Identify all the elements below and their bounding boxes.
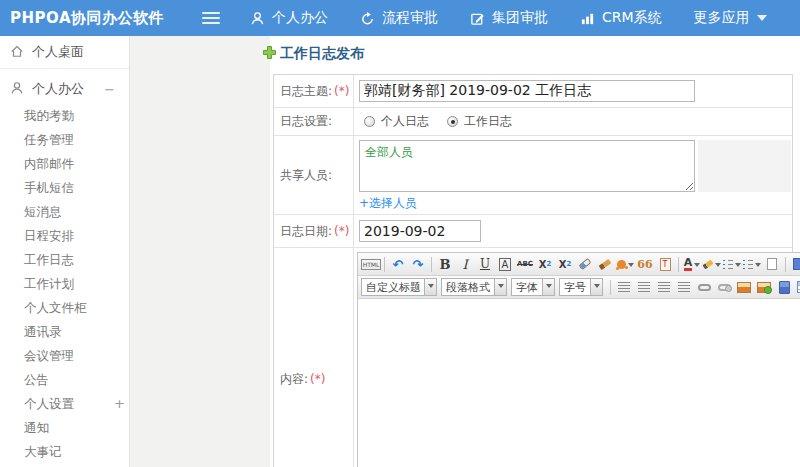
editor-toolbar-row-2: 自定义标题 段落格式 字体	[358, 276, 800, 299]
font-family-select[interactable]: 字体	[511, 278, 555, 296]
underline-button[interactable]: U	[475, 255, 495, 274]
form-row-subject: 日志主题: (*)	[274, 75, 792, 108]
remove-link-button[interactable]	[714, 278, 734, 297]
sidebar-item-announcements[interactable]: 公告	[0, 368, 129, 392]
nav-crm-system[interactable]: CRM系统	[564, 0, 678, 36]
log-date-input[interactable]	[359, 220, 481, 242]
paragraph-format-select[interactable]: 段落格式	[441, 278, 507, 296]
sidebar-item-notices[interactable]: 通知	[0, 416, 129, 440]
sidebar-submenu-2: 通知 大事记	[0, 416, 129, 464]
align-right-button[interactable]	[654, 278, 674, 297]
required-marker: (*)	[334, 224, 349, 238]
personal-log-radio[interactable]	[364, 116, 375, 127]
blockquote-button[interactable]: 66	[635, 255, 655, 274]
person-icon	[250, 11, 265, 26]
editor-toolbar-row-1: HTML ↶ ↷ B I U A ABC X2 X2	[358, 253, 800, 276]
sidebar-item-meetings[interactable]: 会议管理	[0, 344, 129, 368]
nav-personal-office[interactable]: 个人办公	[234, 0, 344, 36]
sidebar-item-contacts[interactable]: 通讯录	[0, 320, 129, 344]
editor-content-area[interactable]	[358, 299, 800, 467]
auto-typeset-button[interactable]	[615, 255, 635, 274]
secondary-panel	[130, 36, 270, 467]
process-icon	[360, 11, 375, 26]
unordered-list-button[interactable]	[742, 255, 762, 274]
italic-button[interactable]: I	[455, 255, 475, 274]
caret-down-icon	[424, 279, 436, 295]
insert-media-button[interactable]	[774, 278, 794, 297]
font-style-button[interactable]: A	[495, 255, 515, 274]
share-people-textarea[interactable]: 全部人员	[359, 140, 695, 192]
personal-log-radio-label[interactable]: 个人日志	[381, 113, 429, 130]
undo-button[interactable]: ↶	[388, 255, 408, 274]
custom-heading-select[interactable]: 自定义标题	[361, 278, 437, 296]
sidebar-item-work-plan[interactable]: 工作计划	[0, 272, 129, 296]
ordered-list-button[interactable]	[722, 255, 742, 274]
bold-button[interactable]: B	[435, 255, 455, 274]
insert-web-image-button[interactable]	[754, 278, 774, 297]
redo-button[interactable]: ↷	[408, 255, 428, 274]
select-people-link[interactable]: +选择人员	[359, 195, 792, 212]
subscript-button[interactable]: X2	[555, 255, 575, 274]
form-row-log-type: 日志设置: 个人日志 工作日志	[274, 108, 792, 136]
green-plus-icon	[263, 46, 276, 62]
sidebar-item-desktop[interactable]: 个人桌面	[0, 36, 129, 69]
date-label: 日志日期:	[280, 223, 332, 240]
insert-image-button[interactable]	[734, 278, 754, 297]
work-log-form: 日志主题: (*) 日志设置: 个人日志 工作日志	[273, 74, 793, 467]
share-label: 共享人员:	[280, 167, 332, 184]
sidebar-item-work-log[interactable]: 工作日志	[0, 248, 129, 272]
new-page-button[interactable]	[762, 255, 782, 274]
insert-table-button[interactable]	[794, 278, 800, 297]
caret-down-icon	[715, 263, 721, 270]
align-justify-button[interactable]	[674, 278, 694, 297]
paste-as-text-button[interactable]: T	[655, 255, 675, 274]
work-log-radio[interactable]	[447, 116, 458, 127]
work-log-radio-label[interactable]: 工作日志	[464, 113, 512, 130]
subject-input[interactable]	[359, 80, 695, 102]
caret-down-icon	[590, 279, 602, 295]
sidebar-item-attendance[interactable]: 我的考勤	[0, 104, 129, 128]
sidebar-item-schedule[interactable]: 日程安排	[0, 224, 129, 248]
html-source-button[interactable]: HTML	[361, 255, 381, 274]
nav-more-apps[interactable]: 更多应用	[678, 0, 783, 36]
sidebar-item-mail[interactable]: 内部邮件	[0, 152, 129, 176]
form-row-share: 共享人员: 全部人员 +选择人员	[274, 136, 792, 215]
sidebar-item-personal-settings[interactable]: 个人设置 +	[0, 392, 129, 416]
font-size-select[interactable]: 字号	[559, 278, 603, 296]
sidebar-item-sms[interactable]: 手机短信	[0, 176, 129, 200]
sidebar-item-messages[interactable]: 短消息	[0, 200, 129, 224]
align-center-button[interactable]	[634, 278, 654, 297]
strikethrough-button[interactable]: ABC	[515, 255, 535, 274]
collapse-minus-icon[interactable]: −	[104, 82, 119, 97]
font-color-button[interactable]: A	[682, 255, 702, 274]
attachment-button[interactable]	[789, 255, 800, 274]
hamburger-menu-icon[interactable]	[202, 9, 220, 27]
nav-workflow-approval[interactable]: 流程审批	[344, 0, 454, 36]
align-left-button[interactable]	[614, 278, 634, 297]
person-icon	[10, 81, 24, 98]
app-body: 个人桌面 个人办公 − 我的考勤 任务管理 内部邮件 手机短信 短消息 日程安排…	[0, 36, 800, 467]
highlight-color-button[interactable]	[702, 255, 722, 274]
form-row-content: 内容: (*) HTML ↶ ↷ B I	[274, 248, 792, 467]
top-nav: 个人办公 流程审批 集团审批 CRM系统 更多应用	[234, 0, 783, 36]
format-brush-button[interactable]	[595, 255, 615, 274]
app-title: PHPOA协同办公软件	[0, 9, 174, 28]
insert-link-button[interactable]	[694, 278, 714, 297]
form-row-date: 日志日期: (*)	[274, 215, 792, 248]
required-marker: (*)	[334, 84, 349, 98]
page-title: 工作日志发布	[263, 45, 800, 63]
sidebar-group-personal-office[interactable]: 个人办公 −	[0, 74, 129, 104]
edit-icon	[470, 11, 485, 26]
superscript-button[interactable]: X2	[535, 255, 555, 274]
sidebar-item-file-cabinet[interactable]: 个人文件柜	[0, 296, 129, 320]
main-content: 工作日志发布 日志主题: (*) 日志设置: 个人日志	[270, 36, 800, 467]
sidebar-item-major-events[interactable]: 大事记	[0, 440, 129, 464]
eraser-button[interactable]	[575, 255, 595, 274]
expand-plus-icon[interactable]: +	[114, 392, 129, 416]
sidebar-item-tasks[interactable]: 任务管理	[0, 128, 129, 152]
nav-group-approval[interactable]: 集团审批	[454, 0, 564, 36]
rich-text-editor: HTML ↶ ↷ B I U A ABC X2 X2	[357, 252, 800, 467]
log-type-label: 日志设置:	[280, 113, 332, 130]
caret-down-icon	[494, 279, 506, 295]
caret-down-icon	[542, 279, 554, 295]
